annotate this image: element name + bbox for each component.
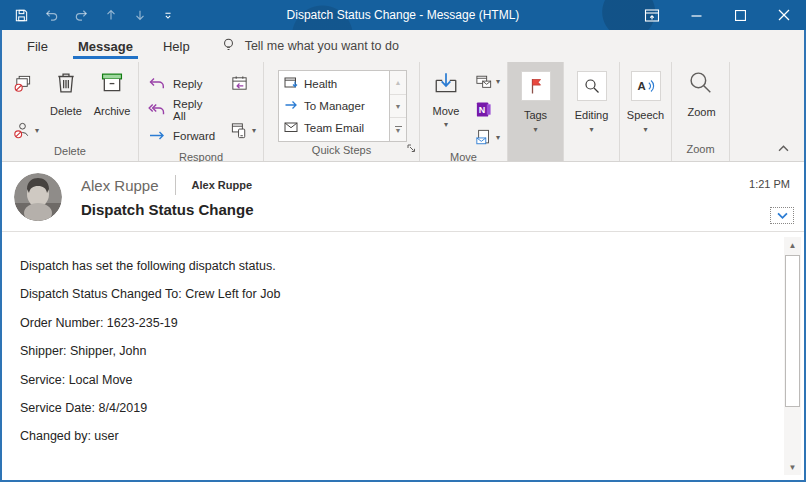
editing-caret: ▾ xyxy=(589,126,593,134)
sender-name[interactable]: Alex Ruppe xyxy=(81,177,159,194)
ribbon-group-move: Move ▾ ▾ N ▾ xyxy=(420,62,508,161)
lightbulb-icon xyxy=(221,37,236,56)
gallery-scroll-up-button[interactable]: ▲ xyxy=(390,71,406,95)
actions-caret: ▾ xyxy=(496,134,500,142)
tags-caret: ▾ xyxy=(533,126,537,134)
next-item-icon[interactable] xyxy=(133,8,147,22)
undo-icon[interactable] xyxy=(44,8,59,22)
title-bar: Dispatch Status Change - Message (HTML) xyxy=(0,0,806,30)
body-line: Service Date: 8/4/2019 xyxy=(20,401,764,429)
tab-message[interactable]: Message xyxy=(63,30,148,62)
sender-divider xyxy=(175,175,176,195)
save-icon[interactable] xyxy=(14,8,29,23)
minimize-button[interactable] xyxy=(674,0,718,30)
move-icon xyxy=(433,70,459,98)
message-body: Dispatch has set the following dispatch … xyxy=(2,232,804,480)
delete-group-label: Delete xyxy=(2,143,138,161)
scrollbar-down-icon[interactable]: ▼ xyxy=(784,459,801,475)
sender-avatar[interactable] xyxy=(14,173,62,221)
onenote-button[interactable]: N xyxy=(473,98,502,121)
maximize-button[interactable] xyxy=(718,0,762,30)
junk-button[interactable]: ▾ xyxy=(11,118,41,143)
quick-steps-gallery: Health To Manager xyxy=(278,70,407,142)
svg-text:N: N xyxy=(479,105,485,115)
body-line: Service: Local Move xyxy=(20,373,764,401)
quick-access-toolbar xyxy=(0,8,174,23)
outlook-message-window: Dispatch Status Change - Message (HTML) … xyxy=(0,0,806,482)
window-controls xyxy=(630,0,806,30)
quickstep-health[interactable]: Health xyxy=(282,73,389,95)
flag-icon xyxy=(521,71,551,101)
sender-alias[interactable]: Alex Ruppe xyxy=(192,179,253,191)
body-line: Dispatch has set the following dispatch … xyxy=(20,259,764,287)
ignore-button[interactable] xyxy=(11,71,41,96)
health-quickstep-icon xyxy=(284,76,298,92)
rules-caret: ▾ xyxy=(496,78,500,86)
body-scrollbar[interactable]: ▲ ▼ xyxy=(784,237,801,475)
reply-button[interactable]: Reply xyxy=(144,71,220,97)
scrollbar-thumb[interactable] xyxy=(785,255,800,407)
delete-icon xyxy=(53,70,79,98)
tab-help[interactable]: Help xyxy=(148,30,205,62)
editing-button[interactable]: Editing ▾ xyxy=(564,62,620,161)
reply-icon xyxy=(148,77,166,92)
ribbon-display-options-icon[interactable] xyxy=(630,0,674,30)
speech-button[interactable]: A Speech ▾ xyxy=(620,62,672,161)
junk-dropdown-caret: ▾ xyxy=(35,127,39,135)
move-button[interactable]: Move ▾ xyxy=(425,67,467,129)
delete-button[interactable]: Delete xyxy=(43,67,89,117)
quick-steps-gallery-scroll: ▲ ▼ ▼ xyxy=(389,71,406,141)
actions-button[interactable]: ▾ xyxy=(473,126,502,149)
reply-all-icon xyxy=(148,103,166,118)
ribbon-group-delete: ▾ Delete Archive xyxy=(2,62,139,161)
quickstep-team-email[interactable]: Team Email xyxy=(282,117,389,139)
meeting-button[interactable] xyxy=(228,71,258,96)
message-header: Alex Ruppe Alex Ruppe Dispatch Status Ch… xyxy=(2,162,804,232)
team-email-quickstep-icon xyxy=(284,120,298,136)
message-subject: Dispatch Status Change xyxy=(81,201,254,218)
tell-me-box[interactable]: Tell me what you want to do xyxy=(221,30,399,62)
tab-file[interactable]: File xyxy=(12,30,63,62)
body-line: Order Number: 1623-235-19 xyxy=(20,316,764,344)
more-respond-caret: ▾ xyxy=(252,127,256,135)
to-manager-quickstep-icon xyxy=(284,98,298,114)
archive-icon xyxy=(99,70,125,98)
quick-steps-group-label: Quick Steps xyxy=(264,142,419,161)
body-line: Changed by: user xyxy=(20,429,764,457)
more-respond-actions-button[interactable]: ▾ xyxy=(228,118,258,143)
editing-search-icon xyxy=(577,71,607,101)
redo-icon[interactable] xyxy=(74,8,89,22)
ribbon-group-zoom: Zoom Zoom xyxy=(672,62,730,161)
reply-all-button[interactable]: Reply All xyxy=(144,97,220,123)
header-expander-button[interactable] xyxy=(770,207,794,224)
tags-button[interactable]: Tags ▾ xyxy=(508,62,564,161)
svg-text:A: A xyxy=(637,80,645,92)
zoom-button[interactable]: Zoom xyxy=(679,67,725,118)
previous-item-icon[interactable] xyxy=(104,8,118,22)
customize-quick-access-icon[interactable] xyxy=(162,9,174,21)
ribbon: ▾ Delete Archive xyxy=(2,62,804,162)
forward-icon xyxy=(148,129,166,144)
archive-button[interactable]: Archive xyxy=(89,67,135,117)
ribbon-group-quick-steps: Health To Manager xyxy=(264,62,420,161)
zoom-group-label: Zoom xyxy=(672,141,729,161)
speech-caret: ▾ xyxy=(643,126,647,134)
scrollbar-up-icon[interactable]: ▲ xyxy=(784,237,801,253)
scrollbar-track[interactable] xyxy=(784,253,801,459)
body-line: Dispatch Status Changed To: Crew Left fo… xyxy=(20,287,764,315)
quick-steps-dialog-launcher-icon[interactable] xyxy=(406,141,416,158)
gallery-more-button[interactable]: ▼ xyxy=(390,118,406,141)
collapse-ribbon-icon[interactable] xyxy=(777,138,790,156)
body-line: Shipper: Shipper, John xyxy=(20,344,764,372)
gallery-scroll-down-button[interactable]: ▼ xyxy=(390,95,406,119)
quickstep-to-manager[interactable]: To Manager xyxy=(282,95,389,117)
read-aloud-icon: A xyxy=(631,71,661,101)
forward-button[interactable]: Forward xyxy=(144,123,220,149)
received-time: 1:21 PM xyxy=(749,178,790,190)
zoom-icon xyxy=(688,70,715,99)
tell-me-label: Tell me what you want to do xyxy=(245,39,399,53)
ribbon-group-respond: Reply Reply All Forward xyxy=(139,62,264,161)
rules-button[interactable]: ▾ xyxy=(473,71,502,93)
move-dropdown-caret: ▾ xyxy=(444,121,448,129)
close-button[interactable] xyxy=(762,0,806,30)
